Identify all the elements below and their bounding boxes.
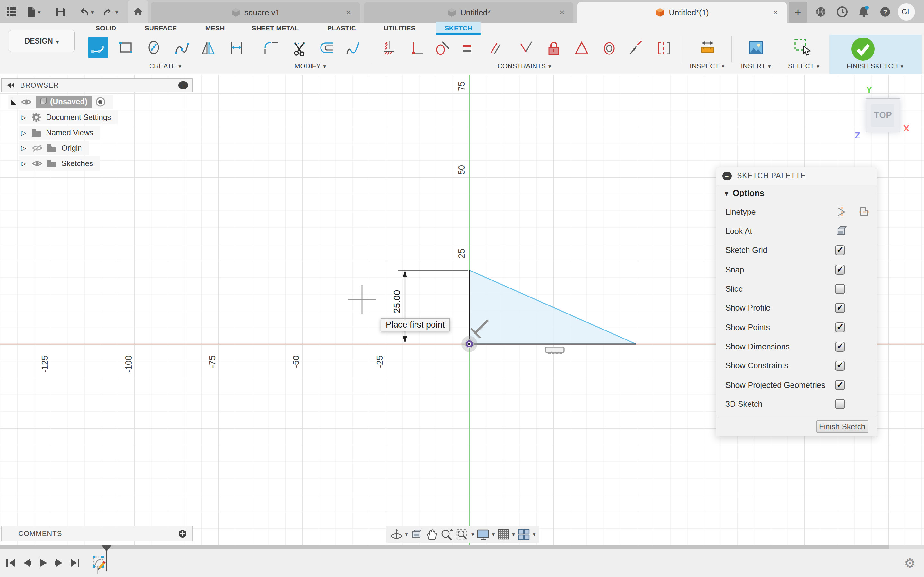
timeline-marker-line[interactable] bbox=[105, 546, 107, 571]
undo-icon[interactable] bbox=[78, 6, 90, 18]
show-points-checkbox[interactable]: ✓ bbox=[835, 322, 845, 332]
grid-settings-caret-icon[interactable] bbox=[512, 531, 515, 538]
skip-to-end-icon[interactable] bbox=[69, 557, 81, 569]
look-at-nav-icon[interactable] bbox=[410, 528, 423, 541]
fix-constraint[interactable] bbox=[379, 37, 399, 58]
orbit-caret-icon[interactable] bbox=[405, 531, 408, 538]
modify-group-label[interactable]: MODIFY bbox=[294, 62, 326, 70]
ribbon-tab-sheetmetal[interactable]: SHEET METAL bbox=[249, 22, 302, 35]
browser-item-named-views[interactable]: ▷ Named Views bbox=[19, 126, 100, 140]
collapsed-arrow-icon[interactable]: ▷ bbox=[21, 113, 26, 121]
line-tool-active[interactable] bbox=[88, 37, 108, 58]
user-avatar[interactable]: GL bbox=[898, 3, 915, 21]
collapsed-arrow-icon[interactable]: ▷ bbox=[21, 160, 26, 167]
save-icon[interactable] bbox=[55, 6, 67, 18]
document-tab-square-v1[interactable]: square v1 bbox=[151, 2, 360, 23]
fillet-tool[interactable] bbox=[260, 37, 281, 58]
zoom-window-icon[interactable] bbox=[455, 528, 469, 541]
show-projected-geometries-checkbox[interactable]: ✓ bbox=[835, 380, 845, 390]
zoom-window-caret-icon[interactable] bbox=[471, 531, 474, 538]
construction-linetype-icon[interactable] bbox=[835, 205, 849, 219]
orbit-icon[interactable] bbox=[390, 527, 403, 542]
tab-close-icon[interactable] bbox=[557, 8, 567, 17]
pan-hand-icon[interactable] bbox=[425, 528, 438, 541]
origin-point[interactable] bbox=[461, 336, 477, 352]
ribbon-tab-mesh[interactable]: MESH bbox=[202, 22, 228, 35]
undo-caret-icon[interactable]: ▾ bbox=[91, 9, 94, 16]
vertical-horizontal-constraint[interactable] bbox=[406, 37, 426, 58]
create-group-label[interactable]: CREATE bbox=[149, 62, 181, 70]
viewports-icon[interactable] bbox=[517, 528, 531, 541]
display-settings-icon[interactable] bbox=[476, 528, 490, 541]
collapsed-arrow-icon[interactable]: ▷ bbox=[21, 129, 26, 137]
measure-ruler-icon[interactable] bbox=[697, 37, 717, 58]
comments-panel-header[interactable]: COMMENTS bbox=[1, 526, 193, 542]
ribbon-tab-sketch-active[interactable]: SKETCH bbox=[436, 22, 481, 35]
ribbon-tab-plastic[interactable]: PLASTIC bbox=[324, 22, 359, 35]
ribbon-tab-solid[interactable]: SOLID bbox=[92, 22, 120, 35]
browser-item-document-settings[interactable]: ▷ Document Settings bbox=[19, 110, 118, 124]
play-icon[interactable] bbox=[37, 557, 49, 569]
history-clock-icon[interactable] bbox=[836, 6, 848, 18]
select-tool[interactable] bbox=[792, 37, 813, 58]
insert-image-icon[interactable] bbox=[745, 37, 766, 58]
timeline-sketch-feature-icon[interactable] bbox=[92, 555, 106, 571]
extensions-icon[interactable] bbox=[814, 6, 827, 18]
view-cube[interactable]: TOP bbox=[866, 98, 900, 132]
help-icon[interactable]: ? bbox=[879, 6, 891, 18]
concentric-constraint[interactable] bbox=[599, 37, 619, 58]
select-group-label[interactable]: SELECT bbox=[788, 62, 819, 70]
zoom-icon[interactable] bbox=[440, 528, 453, 541]
collapse-panel-icon[interactable] bbox=[6, 82, 17, 89]
polygon-constraint[interactable] bbox=[571, 37, 591, 58]
sketch-grid-checkbox[interactable]: ✓ bbox=[835, 245, 845, 255]
workspace-selector[interactable]: DESIGN bbox=[9, 30, 75, 52]
parallel-constraint[interactable] bbox=[485, 37, 505, 58]
skip-to-start-icon[interactable] bbox=[5, 557, 17, 569]
browser-item-sketches[interactable]: ▷ Sketches bbox=[19, 156, 100, 171]
dimension-25[interactable]: 25.00 bbox=[392, 270, 468, 343]
new-tab-button[interactable] bbox=[789, 2, 807, 23]
collapsed-arrow-icon[interactable]: ▷ bbox=[21, 144, 26, 152]
timeline-scrollbar-thumb[interactable] bbox=[0, 545, 889, 549]
collinear-constraint[interactable] bbox=[624, 37, 645, 58]
insert-group-label[interactable]: INSERT bbox=[741, 62, 771, 70]
tangent-constraint[interactable] bbox=[431, 37, 451, 58]
show-profile-checkbox[interactable]: ✓ bbox=[835, 303, 845, 313]
document-tab-untitled-1-active[interactable]: Untitled*(1) bbox=[577, 2, 787, 23]
expanded-arrow-icon[interactable] bbox=[11, 99, 16, 105]
visibility-eye-icon[interactable] bbox=[21, 98, 32, 106]
slice-checkbox[interactable] bbox=[835, 284, 845, 294]
3d-sketch-checkbox[interactable] bbox=[835, 399, 845, 409]
activate-radio-icon[interactable] bbox=[95, 97, 106, 107]
step-back-icon[interactable] bbox=[21, 557, 33, 569]
visibility-eye-icon[interactable] bbox=[31, 159, 43, 168]
show-constraints-checkbox[interactable]: ✓ bbox=[835, 361, 845, 371]
inspect-group-label[interactable]: INSPECT bbox=[690, 62, 724, 70]
browser-item-origin[interactable]: ▷ Origin bbox=[19, 141, 89, 155]
circle-tool[interactable] bbox=[144, 37, 164, 58]
snap-checkbox[interactable]: ✓ bbox=[835, 265, 845, 275]
app-grid-icon[interactable] bbox=[5, 6, 17, 18]
offset-tool[interactable] bbox=[317, 37, 337, 58]
panel-menu-icon[interactable]: – bbox=[178, 81, 188, 89]
finish-sketch-palette-button[interactable]: Finish Sketch bbox=[816, 420, 868, 433]
browser-root-row[interactable]: (Unsaved) bbox=[8, 95, 113, 109]
symmetry-constraint[interactable] bbox=[653, 37, 674, 58]
settings-gear-icon[interactable]: ⚙ bbox=[904, 556, 916, 571]
notifications-bell-icon[interactable] bbox=[857, 6, 869, 18]
sketch-dimension-tool[interactable] bbox=[226, 37, 247, 58]
coincident-constraint[interactable] bbox=[515, 37, 536, 58]
home-button[interactable] bbox=[128, 0, 148, 23]
trim-tool[interactable] bbox=[289, 37, 310, 58]
mirror-tool[interactable] bbox=[198, 37, 218, 58]
redo-icon[interactable] bbox=[102, 6, 114, 18]
options-section-header[interactable]: Options bbox=[725, 188, 764, 198]
root-document-item[interactable]: (Unsaved) bbox=[36, 96, 92, 108]
display-settings-caret-icon[interactable] bbox=[492, 531, 495, 538]
curve-tool[interactable] bbox=[342, 37, 363, 58]
add-comment-icon[interactable] bbox=[178, 529, 187, 538]
ribbon-tab-utilities[interactable]: UTILITIES bbox=[380, 22, 418, 35]
constraints-group-label[interactable]: CONSTRAINTS bbox=[497, 62, 551, 70]
ribbon-tab-surface[interactable]: SURFACE bbox=[142, 22, 180, 35]
